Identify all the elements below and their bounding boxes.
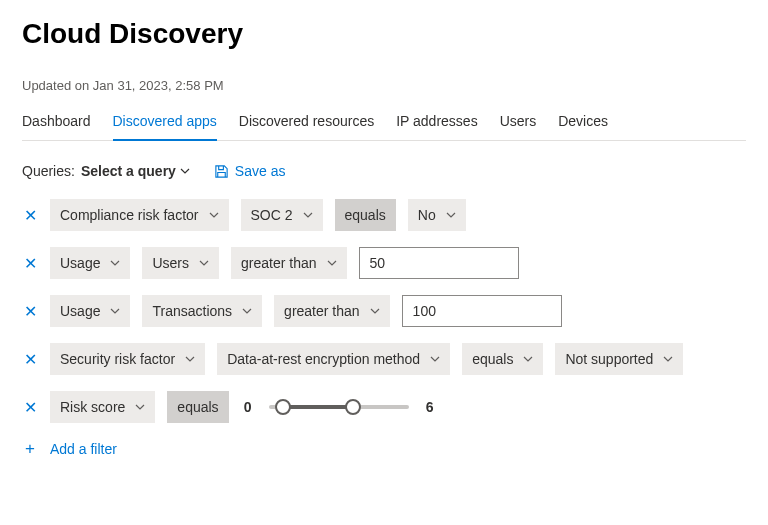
filter-subfield-dropdown[interactable]: SOC 2 [241, 199, 323, 231]
chevron-down-icon [180, 166, 190, 176]
chevron-down-icon [209, 210, 219, 220]
chevron-down-icon [663, 354, 673, 364]
filter-value-input[interactable] [402, 295, 562, 327]
chevron-down-icon [327, 258, 337, 268]
page-title: Cloud Discovery [22, 18, 746, 50]
remove-filter-button[interactable]: ✕ [22, 254, 38, 273]
filter-row: ✕Compliance risk factorSOC 2equalsNo [22, 199, 746, 231]
chevron-down-icon [185, 354, 195, 364]
chevron-down-icon [446, 210, 456, 220]
chevron-down-icon [135, 402, 145, 412]
queries-label: Queries: [22, 163, 75, 179]
filter-row: ✕UsageTransactionsgreater than [22, 295, 746, 327]
chevron-down-icon [110, 306, 120, 316]
tab-discovered-resources[interactable]: Discovered resources [239, 107, 374, 141]
tab-bar: DashboardDiscovered appsDiscovered resou… [22, 107, 746, 141]
filter-subfield-dropdown[interactable]: Users [142, 247, 219, 279]
chevron-down-icon [303, 210, 313, 220]
filter-row: ✕UsageUsersgreater than [22, 247, 746, 279]
filter-operator-dropdown[interactable]: equals [462, 343, 543, 375]
chevron-down-icon [430, 354, 440, 364]
filter-row: ✕Security risk factorData-at-rest encryp… [22, 343, 746, 375]
tab-discovered-apps[interactable]: Discovered apps [113, 107, 217, 141]
tab-devices[interactable]: Devices [558, 107, 608, 141]
chevron-down-icon [199, 258, 209, 268]
filter-operator[interactable]: equals [335, 199, 396, 231]
remove-filter-button[interactable]: ✕ [22, 206, 38, 225]
risk-score-slider[interactable]: 06 [241, 399, 437, 415]
filter-value-input[interactable] [359, 247, 519, 279]
updated-timestamp: Updated on Jan 31, 2023, 2:58 PM [22, 78, 746, 93]
filter-row: ✕Risk scoreequals06 [22, 391, 746, 423]
chevron-down-icon [242, 306, 252, 316]
remove-filter-button[interactable]: ✕ [22, 398, 38, 417]
add-filter-button[interactable]: + Add a filter [22, 439, 746, 459]
chevron-down-icon [523, 354, 533, 364]
filter-subfield-dropdown[interactable]: Data-at-rest encryption method [217, 343, 450, 375]
filter-subfield-dropdown[interactable]: Transactions [142, 295, 262, 327]
filter-field-dropdown[interactable]: Compliance risk factor [50, 199, 229, 231]
remove-filter-button[interactable]: ✕ [22, 350, 38, 369]
save-as-button[interactable]: Save as [214, 163, 286, 179]
filter-field-dropdown[interactable]: Usage [50, 295, 130, 327]
select-query-dropdown[interactable]: Select a query [81, 163, 190, 179]
filter-operator-dropdown[interactable]: greater than [274, 295, 390, 327]
tab-dashboard[interactable]: Dashboard [22, 107, 91, 141]
slider-thumb-max[interactable] [345, 399, 361, 415]
filter-operator-dropdown[interactable]: greater than [231, 247, 347, 279]
chevron-down-icon [110, 258, 120, 268]
remove-filter-button[interactable]: ✕ [22, 302, 38, 321]
filter-field-dropdown[interactable]: Risk score [50, 391, 155, 423]
chevron-down-icon [370, 306, 380, 316]
filter-field-dropdown[interactable]: Usage [50, 247, 130, 279]
tab-ip-addresses[interactable]: IP addresses [396, 107, 477, 141]
filter-value-dropdown[interactable]: Not supported [555, 343, 683, 375]
filter-field-dropdown[interactable]: Security risk factor [50, 343, 205, 375]
tab-users[interactable]: Users [500, 107, 537, 141]
save-icon [214, 164, 229, 179]
slider-thumb-min[interactable] [275, 399, 291, 415]
filter-operator[interactable]: equals [167, 391, 228, 423]
filter-value-dropdown[interactable]: No [408, 199, 466, 231]
plus-icon: + [22, 439, 38, 459]
